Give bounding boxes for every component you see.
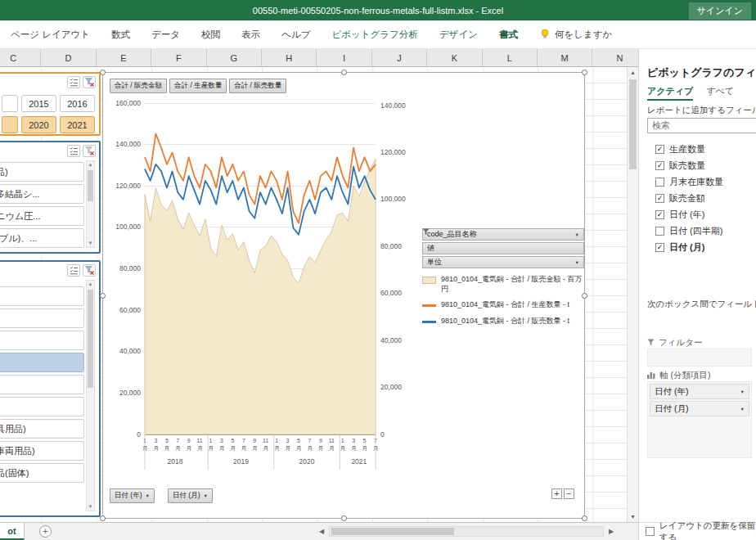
field-item[interactable]: 月末在庫数量: [647, 173, 756, 190]
column-header-G[interactable]: G: [207, 49, 262, 66]
chart-selection-handle[interactable]: [582, 515, 587, 521]
slicer-product-item[interactable]: 純度多結晶シ...: [0, 184, 84, 204]
tell-me-box[interactable]: 何をしますか: [540, 29, 612, 41]
slicer-product-item[interactable]: 銅製品): [0, 162, 84, 182]
zoom-in-button[interactable]: +: [551, 488, 562, 499]
field-checkbox[interactable]: [655, 178, 664, 187]
sign-in-button[interactable]: サインイン: [689, 2, 751, 20]
chart-selection-handle[interactable]: [582, 293, 587, 299]
ribbon-tab-2[interactable]: データ: [141, 20, 191, 48]
column-header-F[interactable]: F: [151, 49, 206, 66]
scroll-up-icon[interactable]: ▲: [87, 161, 94, 169]
multi-select-icon[interactable]: [67, 264, 80, 277]
vertical-scrollbar[interactable]: ▲ ▼: [627, 67, 638, 522]
axis-area-item[interactable]: 日付 (月)▼: [650, 401, 749, 416]
scroll-down-icon[interactable]: ▼: [87, 503, 94, 511]
field-item[interactable]: ✓日付 (月): [647, 239, 756, 255]
column-header-L[interactable]: L: [483, 49, 538, 66]
slicer-product-item[interactable]: ルミニウム圧...: [0, 206, 84, 226]
column-header-H[interactable]: H: [262, 49, 317, 66]
defer-layout-checkbox[interactable]: [646, 527, 655, 536]
ribbon-tab-8[interactable]: 書式: [488, 20, 529, 48]
field-item[interactable]: 日付 (四半期): [647, 223, 756, 239]
filter-area-box[interactable]: [647, 349, 752, 367]
field-checkbox[interactable]: ✓: [655, 194, 664, 203]
scroll-thumb[interactable]: [629, 79, 637, 169]
column-header-K[interactable]: K: [427, 49, 482, 66]
field-item[interactable]: ✓販売数量: [647, 157, 756, 173]
chart-selection-handle[interactable]: [100, 70, 106, 75]
field-checkbox[interactable]: [655, 227, 664, 236]
column-header-N[interactable]: N: [592, 49, 638, 66]
scroll-up-icon[interactable]: ▲: [87, 281, 94, 288]
field-checkbox[interactable]: ✓: [655, 145, 664, 154]
clear-filter-icon[interactable]: [83, 76, 96, 88]
ribbon-tab-3[interactable]: 校閲: [191, 20, 231, 48]
scroll-thumb[interactable]: [88, 290, 93, 388]
slicer-category-item[interactable]: [0, 308, 84, 328]
horizontal-scrollbar[interactable]: [329, 526, 604, 537]
chart-field-button[interactable]: 合計 / 販売数量: [229, 79, 286, 93]
multi-select-icon[interactable]: [67, 145, 80, 157]
ribbon-tab-0[interactable]: ページ レイアウト: [0, 20, 101, 48]
chart-filter-values[interactable]: 値: [422, 242, 584, 254]
chart-field-button[interactable]: 合計 / 生産数量: [169, 79, 227, 93]
field-checkbox[interactable]: ✓: [655, 161, 664, 170]
tab-active[interactable]: アクティブ: [647, 85, 693, 101]
chart-field-button[interactable]: 合計 / 販売金額: [110, 79, 167, 93]
slicer-year-item[interactable]: [2, 95, 18, 112]
ribbon-tab-6[interactable]: ピボットグラフ分析: [321, 20, 428, 48]
multi-select-icon[interactable]: [67, 76, 80, 88]
chart-axis-field-button[interactable]: 日付 (年)▼: [110, 488, 155, 503]
slicer-scrollbar[interactable]: ▲ ▼: [86, 160, 95, 248]
column-header-J[interactable]: J: [372, 49, 427, 66]
chart-selection-handle[interactable]: [582, 70, 587, 75]
chart-selection-handle[interactable]: [341, 515, 347, 521]
add-sheet-button[interactable]: +: [39, 525, 52, 538]
column-header-D[interactable]: D: [41, 49, 96, 66]
chart-selection-handle[interactable]: [341, 70, 347, 75]
scroll-thumb[interactable]: [88, 170, 93, 201]
field-checkbox[interactable]: ✓: [655, 210, 664, 219]
search-input[interactable]: 検索: [647, 118, 756, 133]
field-item[interactable]: ✓販売金額: [647, 190, 756, 206]
chart-selection-handle[interactable]: [100, 515, 106, 521]
column-header-M[interactable]: M: [538, 49, 592, 66]
ribbon-tab-5[interactable]: ヘルプ: [271, 20, 321, 48]
clear-filter-icon[interactable]: [83, 145, 96, 157]
slicer-year-item[interactable]: 2016: [60, 95, 95, 112]
zoom-out-button[interactable]: −: [564, 488, 574, 499]
slicer-year-item[interactable]: 2020: [21, 116, 56, 133]
slicer-category-item[interactable]: [0, 375, 84, 394]
tab-all[interactable]: すべて: [706, 85, 734, 101]
slicer-category-item[interactable]: 能・車両用品): [0, 441, 84, 461]
hscroll-right-icon[interactable]: ▶: [605, 523, 617, 540]
field-checkbox[interactable]: ✓: [655, 243, 664, 252]
slicer-category-item[interactable]: 気器具用品): [0, 419, 84, 439]
column-header-C[interactable]: C: [0, 49, 41, 66]
chart-filter-unit[interactable]: 単位 ▼: [422, 256, 584, 268]
slicer-year-item[interactable]: [2, 116, 18, 133]
slicer-scrollbar[interactable]: ▲ ▼: [86, 280, 95, 511]
axis-area-item[interactable]: 日付 (年)▼: [650, 384, 749, 399]
slicer-product-item[interactable]: (ケーブル)、...: [0, 228, 84, 248]
column-header-I[interactable]: I: [317, 49, 371, 66]
slicer-category-item[interactable]: 用品): [0, 397, 84, 416]
pivot-chart[interactable]: 020,00040,00060,00080,000100,000120,0001…: [102, 72, 585, 519]
scroll-down-icon[interactable]: ▼: [628, 511, 638, 522]
field-item[interactable]: ✓日付 (年): [647, 206, 756, 223]
column-header-E[interactable]: E: [97, 49, 151, 66]
chart-filter-item-name[interactable]: code_品目名称 ▼: [422, 228, 584, 241]
scroll-thumb[interactable]: [331, 528, 454, 535]
slicer-category-item[interactable]: む): [0, 353, 84, 372]
slicer-category-item[interactable]: [0, 331, 84, 350]
chart-selection-handle[interactable]: [100, 293, 106, 299]
slicer-category-item[interactable]: [0, 286, 84, 306]
chart-axis-field-button[interactable]: 日付 (月)▼: [168, 488, 213, 503]
scroll-up-icon[interactable]: ▲: [628, 67, 638, 78]
slicer-year-item[interactable]: 2021: [60, 116, 95, 133]
ribbon-tab-7[interactable]: デザイン: [429, 20, 488, 48]
ribbon-tab-1[interactable]: 数式: [101, 20, 141, 48]
scroll-down-icon[interactable]: ▼: [87, 240, 94, 247]
sheet-tab[interactable]: ot: [0, 523, 25, 540]
